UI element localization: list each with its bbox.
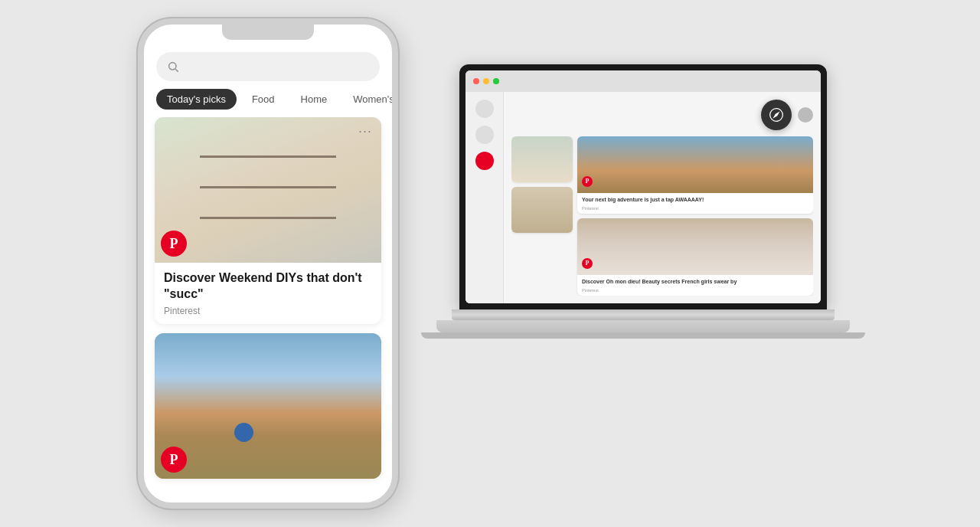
scene: Today's picks Food Home Women's P Dis xyxy=(0,0,980,527)
laptop-left-column xyxy=(511,136,573,296)
laptop-mockup: P Your next big adventure is just a tap … xyxy=(444,64,842,463)
phone-mockup: Today's picks Food Home Women's P Dis xyxy=(138,18,398,509)
laptop-foot xyxy=(421,332,865,339)
laptop-display: P Your next big adventure is just a tap … xyxy=(466,70,821,303)
laptop-pin-adventure[interactable]: P Your next big adventure is just a tap … xyxy=(577,136,813,214)
laptop-pin-adventure-title: Your next big adventure is just a tap AW… xyxy=(577,193,813,206)
browser-close-dot xyxy=(473,78,479,84)
laptop-screen: P Your next big adventure is just a tap … xyxy=(459,64,827,309)
pin-title-1: Discover Weekend DIYs that don't "succ" xyxy=(164,270,372,303)
svg-point-0 xyxy=(169,63,176,70)
laptop-sidebar xyxy=(466,92,504,303)
laptop-pin-small-1[interactable] xyxy=(511,136,573,182)
pinterest-badge-2: P xyxy=(161,447,187,473)
laptop-pin-beauty[interactable]: P Discover Oh mon dieu! Beauty secrets F… xyxy=(577,218,813,296)
laptop-pin-adventure-source: Pinterest xyxy=(577,206,813,214)
tab-home[interactable]: Home xyxy=(290,89,338,110)
browser-bar xyxy=(466,70,821,92)
laptop-hinge xyxy=(452,309,835,320)
laptop-right-column: P Your next big adventure is just a tap … xyxy=(577,136,813,296)
pin-source-1: Pinterest xyxy=(164,306,372,316)
pinterest-badge-laptop-2: P xyxy=(582,258,593,269)
pinterest-badge-laptop-1: P xyxy=(582,176,593,187)
browser-minimize-dot xyxy=(483,78,489,84)
laptop-pins-layout: P Your next big adventure is just a tap … xyxy=(511,136,813,296)
user-avatar-icon[interactable] xyxy=(798,107,813,123)
pin-card-1[interactable]: P Discover Weekend DIYs that don't "succ… xyxy=(155,117,381,324)
pinterest-logo-1: P xyxy=(170,237,178,250)
sidebar-search[interactable] xyxy=(475,126,494,144)
pinterest-logo-laptop-1: P xyxy=(586,178,590,185)
compass-icon xyxy=(769,107,784,123)
phone-notch xyxy=(222,25,314,40)
laptop-pin-beauty-title: Discover Oh mon dieu! Beauty secrets Fre… xyxy=(577,275,813,288)
laptop-pin-small-2[interactable] xyxy=(511,187,573,233)
browser-maximize-dot xyxy=(493,78,499,84)
search-bar[interactable] xyxy=(156,52,380,81)
laptop-base xyxy=(436,320,850,332)
laptop-pin-beauty-source: Pinterest xyxy=(577,288,813,296)
pin-image-landscape: P xyxy=(155,333,381,479)
svg-marker-3 xyxy=(772,110,781,119)
landscape-decoration xyxy=(155,333,381,479)
compass-button[interactable] xyxy=(761,100,792,130)
phone-content: Today's picks Food Home Women's P Dis xyxy=(144,40,392,502)
laptop-main-area: P Your next big adventure is just a tap … xyxy=(504,92,821,303)
laptop-content: P Your next big adventure is just a tap … xyxy=(466,92,821,303)
pinterest-logo-laptop-2: P xyxy=(586,260,590,267)
pin-card-2[interactable]: P xyxy=(155,333,381,479)
shelf-decoration xyxy=(155,117,381,263)
pin-image-home-decor: P xyxy=(155,117,381,263)
pinterest-badge-1: P xyxy=(161,231,187,257)
laptop-pin-beauty-image: P xyxy=(577,218,813,275)
tab-womens[interactable]: Women's xyxy=(342,89,392,110)
sidebar-home[interactable] xyxy=(475,100,494,118)
pinterest-logo-2: P xyxy=(170,453,178,466)
tab-food[interactable]: Food xyxy=(241,89,286,110)
pin-info-1: Discover Weekend DIYs that don't "succ" … xyxy=(155,263,381,324)
category-tabs: Today's picks Food Home Women's xyxy=(144,89,392,117)
pin-more-options-1[interactable]: ··· xyxy=(358,123,372,139)
feed: P Discover Weekend DIYs that don't "succ… xyxy=(144,117,392,502)
tab-todays-picks[interactable]: Today's picks xyxy=(156,89,237,110)
laptop-pin-adventure-image: P xyxy=(577,136,813,193)
search-icon xyxy=(167,61,179,73)
svg-line-1 xyxy=(175,69,178,72)
sidebar-active-item[interactable] xyxy=(475,152,494,170)
laptop-top-bar xyxy=(511,100,813,130)
